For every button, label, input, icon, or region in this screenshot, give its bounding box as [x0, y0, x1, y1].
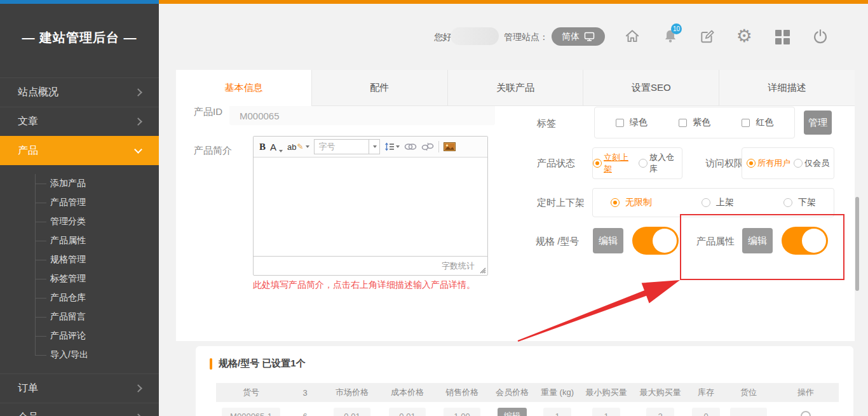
- product-status-box: 立刻上架 放入仓库: [592, 147, 682, 179]
- sidebar-item-members[interactable]: 会员: [0, 403, 159, 416]
- line-spacing-button[interactable]: [384, 142, 400, 151]
- radio-selected[interactable]: [611, 198, 620, 207]
- tag-option-green[interactable]: 绿色: [616, 117, 648, 128]
- font-size-select[interactable]: 字号: [314, 139, 380, 154]
- min-qty-input[interactable]: [592, 408, 620, 416]
- language-label: 简体: [562, 31, 580, 43]
- sidebar-subitem-product-manage[interactable]: 产品管理: [0, 193, 159, 212]
- access-option-members-only[interactable]: 仅会员: [794, 158, 829, 169]
- home-icon[interactable]: [624, 28, 641, 44]
- tree-tick: [35, 260, 46, 260]
- radio[interactable]: [639, 159, 648, 168]
- radio[interactable]: [783, 198, 792, 207]
- checkbox[interactable]: [679, 119, 687, 127]
- vertical-scrollbar-thumb[interactable]: [855, 197, 859, 291]
- schedule-option-unlimited[interactable]: 无限制: [611, 197, 652, 208]
- caret-icon: [306, 145, 309, 148]
- sidebar-subitem-add-product[interactable]: 添加产品: [0, 174, 159, 193]
- editor-body[interactable]: [254, 158, 487, 256]
- tree-line: [35, 174, 36, 356]
- radio-selected[interactable]: [593, 159, 602, 168]
- sidebar-subitem-import-export[interactable]: 导入/导出: [0, 346, 159, 365]
- link-button[interactable]: [404, 143, 417, 151]
- sidebar-subitem-tag-manage[interactable]: 标签管理: [0, 269, 159, 288]
- tree-tick: [35, 184, 46, 184]
- tree-tick: [35, 222, 46, 222]
- tree-tick: [35, 317, 46, 318]
- radio[interactable]: [702, 198, 710, 207]
- attr-edit-button[interactable]: 编辑: [742, 228, 773, 253]
- tab-accessories[interactable]: 配件: [312, 70, 448, 106]
- schedule-option-off-shelf[interactable]: 下架: [783, 197, 816, 208]
- bell-icon[interactable]: 10: [662, 28, 679, 44]
- tab-seo[interactable]: 设置SEO: [583, 70, 719, 106]
- product-id-label: 产品ID: [194, 106, 222, 118]
- power-icon[interactable]: [812, 28, 829, 44]
- edit-icon[interactable]: [699, 28, 715, 44]
- font-color-button[interactable]: A: [270, 142, 283, 152]
- sidebar-subitem-category-manage[interactable]: 管理分类: [0, 212, 159, 231]
- highlight-button[interactable]: ab✎: [287, 142, 309, 152]
- spec-toggle-on[interactable]: [632, 227, 679, 255]
- product-id-input[interactable]: [229, 106, 495, 125]
- sidebar-subitem-product-attr[interactable]: 产品属性: [0, 231, 159, 250]
- max-qty-input[interactable]: [646, 408, 674, 416]
- member-price-edit-button[interactable]: 编辑: [498, 408, 527, 416]
- tab-related-products[interactable]: 关联产品: [448, 70, 584, 106]
- spec-edit-button[interactable]: 编辑: [593, 228, 623, 253]
- bold-button[interactable]: B: [259, 142, 266, 152]
- schedule-option-on-shelf[interactable]: 上架: [702, 197, 734, 208]
- checkbox[interactable]: [616, 119, 624, 127]
- sale-price-input[interactable]: [444, 408, 480, 416]
- disable-row-icon[interactable]: [801, 411, 811, 416]
- sidebar-item-label: 站点概况: [18, 86, 58, 99]
- sidebar-subitem-reviews[interactable]: 产品评论: [0, 326, 159, 346]
- col-max-qty: 最大购买量: [633, 387, 688, 398]
- location-input[interactable]: [730, 408, 767, 416]
- weight-input[interactable]: [543, 408, 571, 416]
- attr-toggle-on[interactable]: [782, 227, 828, 255]
- status-option-on-shelf[interactable]: 立刻上架: [593, 152, 636, 175]
- tree-tick: [35, 241, 46, 241]
- unlink-button[interactable]: [421, 142, 434, 151]
- tag-option-purple[interactable]: 紫色: [679, 117, 710, 128]
- sidebar-subitem-messages[interactable]: 产品留言: [0, 307, 159, 326]
- radio[interactable]: [794, 159, 803, 168]
- gear-icon[interactable]: ⚙: [736, 28, 752, 44]
- manage-tags-button[interactable]: 管理: [804, 111, 832, 135]
- product-attr-label: 产品属性: [696, 236, 735, 248]
- products-submenu: 添加产品 产品管理 管理分类 产品属性 规格管理 标签管理 产品仓库 产品留言 …: [0, 165, 159, 373]
- access-option-all-users[interactable]: 所有用户: [747, 158, 790, 169]
- status-option-warehouse[interactable]: 放入仓库: [639, 152, 682, 175]
- sku-input[interactable]: [222, 408, 280, 416]
- stock-input[interactable]: [692, 408, 720, 416]
- sidebar-item-label: 订单: [18, 382, 38, 395]
- checkbox[interactable]: [742, 119, 750, 127]
- tag-option-red[interactable]: 红色: [742, 117, 773, 128]
- tab-basic-info[interactable]: 基本信息: [176, 70, 312, 106]
- chevron-right-icon: [134, 117, 142, 126]
- cost-price-input[interactable]: [389, 408, 426, 416]
- language-button[interactable]: 简体: [552, 27, 605, 46]
- tab-bar: 基本信息 配件 关联产品 设置SEO 详细描述: [176, 70, 855, 106]
- tab-detail-description[interactable]: 详细描述: [719, 70, 855, 106]
- spec-list-card: 规格/型号 已设置1个 货号 3 市场价格 成本价格 销售价格 会员价格 重量 …: [196, 346, 853, 416]
- sidebar-item-orders[interactable]: 订单: [0, 373, 159, 403]
- tree-tick: [35, 298, 46, 299]
- sidebar-item-site-overview[interactable]: 站点概况: [0, 77, 159, 107]
- sidebar-item-articles[interactable]: 文章: [0, 107, 159, 136]
- sidebar-item-products[interactable]: 产品: [0, 136, 159, 165]
- spec-value: 6: [302, 412, 307, 416]
- word-count: 字数统计: [442, 260, 475, 272]
- col-member-price: 会员价格: [489, 387, 535, 398]
- resize-grip[interactable]: [479, 267, 486, 274]
- col-location: 货位: [724, 387, 773, 398]
- market-price-input[interactable]: [334, 408, 370, 416]
- manage-site-label: 管理站点：: [504, 32, 548, 43]
- sidebar-subitem-warehouse[interactable]: 产品仓库: [0, 288, 159, 307]
- sidebar-subitem-spec-manage[interactable]: 规格管理: [0, 250, 159, 269]
- grid-apps-icon[interactable]: [774, 29, 790, 45]
- insert-image-button[interactable]: [444, 142, 456, 151]
- tags-label: 标签: [537, 117, 556, 130]
- radio-selected[interactable]: [747, 159, 756, 168]
